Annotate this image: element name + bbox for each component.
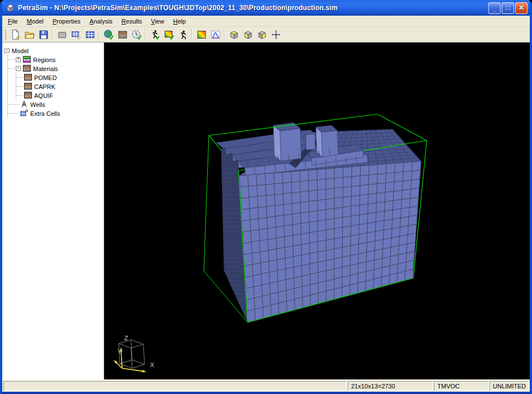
materials-layers-icon	[117, 29, 128, 40]
materials-icon	[24, 74, 32, 81]
tree-item-pomed[interactable]: POMED	[16, 73, 104, 82]
cube-top-icon	[228, 29, 240, 40]
tree-item-model[interactable]: - Model	[4, 46, 104, 55]
run-check-icon	[150, 29, 161, 40]
solution-time-button[interactable]	[129, 28, 143, 41]
maximize-button[interactable]: □	[502, 2, 514, 14]
materials-icon	[24, 92, 32, 98]
tree-item-extra-cells[interactable]: Extra Cells	[8, 109, 104, 118]
toolbar-grip[interactable]	[4, 29, 7, 40]
run-setup-button[interactable]	[148, 28, 162, 41]
new-grid-button[interactable]	[69, 28, 83, 41]
solution-mesh-button[interactable]	[101, 28, 115, 41]
time-check-icon	[131, 29, 142, 40]
regions-icon	[23, 56, 31, 63]
collapse-box[interactable]: -	[16, 66, 21, 71]
menu-model[interactable]: Model	[22, 17, 48, 26]
view-side-button[interactable]	[255, 28, 269, 41]
app-logo-icon	[6, 3, 15, 13]
cube-side-icon	[256, 29, 268, 40]
grid-button[interactable]	[83, 28, 97, 41]
run-icon	[178, 29, 189, 40]
grid-icon	[85, 29, 96, 40]
tree-item-materials[interactable]: - Materials	[8, 64, 104, 73]
tree-item-caprk[interactable]: CAPRK	[16, 82, 104, 91]
status-license: UNLIMITED	[489, 381, 529, 391]
svg-text:X: X	[150, 362, 155, 368]
3d-viewport[interactable]: ZXY	[104, 43, 530, 379]
view-box-button[interactable]	[55, 28, 69, 41]
well-derrick-icon	[20, 101, 28, 107]
collapse-box[interactable]: -	[4, 48, 10, 53]
save-button[interactable]	[36, 28, 50, 41]
menu-properties[interactable]: Properties	[48, 17, 85, 26]
materials-icon	[23, 65, 31, 72]
view-front-button[interactable]	[241, 28, 255, 41]
run-button[interactable]	[176, 28, 190, 41]
open-folder-icon	[24, 29, 35, 40]
expand-box[interactable]: +	[16, 57, 21, 62]
status-grid-size: 21x10x13=2730	[348, 381, 433, 391]
mesh-scene: ZXY	[104, 43, 530, 379]
center-view-button[interactable]	[269, 28, 283, 41]
menu-results[interactable]: Results	[117, 17, 147, 26]
app-window: PetraSim - N:\Projects\PetraSim\Examples…	[0, 0, 532, 394]
save-icon	[38, 29, 49, 40]
contour-icon	[196, 29, 207, 40]
svg-text:Y: Y	[118, 348, 122, 355]
new-grid-icon	[71, 29, 82, 40]
toolbar	[2, 27, 530, 43]
new-file-icon	[10, 29, 21, 40]
toolbar-separator	[52, 29, 53, 41]
status-bar: 21x10x13=2730 TMVOC UNLIMITED	[2, 379, 530, 392]
model-children: + Regions -	[7, 55, 104, 118]
materials-icon	[24, 83, 32, 90]
view-top-button[interactable]	[227, 28, 241, 41]
view-box-icon	[57, 29, 68, 40]
title-bar: PetraSim - N:\Projects\PetraSim\Examples…	[2, 0, 530, 16]
menu-help[interactable]: Help	[169, 17, 190, 26]
globe-check-icon	[103, 29, 114, 40]
extra-cells-icon	[20, 110, 28, 116]
cube-front-icon	[242, 29, 254, 40]
model-tree-panel: - Model + Regions -	[2, 43, 104, 379]
menu-view[interactable]: View	[147, 17, 169, 26]
menu-analysis[interactable]: Analysis	[85, 17, 117, 26]
window-title: PetraSim - N:\Projects\PetraSim\Examples…	[18, 4, 488, 12]
new-file-button[interactable]	[8, 28, 22, 41]
minimize-button[interactable]: _	[488, 2, 501, 14]
contour-setup-button[interactable]	[162, 28, 176, 41]
tree-item-aquif[interactable]: AQUIF	[16, 91, 104, 100]
contour-plot-button[interactable]	[194, 28, 208, 41]
status-simulator: TMVOC	[434, 381, 488, 391]
contour-check-icon	[164, 29, 175, 40]
tree-item-regions[interactable]: + Regions	[8, 55, 104, 64]
plot-icon	[210, 29, 221, 40]
materials-button[interactable]	[115, 28, 129, 41]
close-button[interactable]: ✕	[515, 2, 528, 14]
toolbar-separator	[99, 29, 100, 41]
status-message	[3, 381, 347, 391]
materials-children: POMED CAPRK	[16, 73, 104, 100]
menu-file[interactable]: File	[3, 17, 22, 26]
toolbar-separator	[192, 29, 193, 41]
svg-text:Z: Z	[124, 335, 128, 341]
center-view-icon	[270, 29, 282, 40]
tree-item-wells[interactable]: Wells	[8, 100, 104, 109]
open-file-button[interactable]	[22, 28, 36, 41]
toolbar-separator	[145, 29, 146, 41]
line-plot-button[interactable]	[208, 28, 222, 41]
menu-bar: File Model Properties Analysis Results V…	[2, 16, 530, 27]
toolbar-separator	[224, 29, 225, 41]
